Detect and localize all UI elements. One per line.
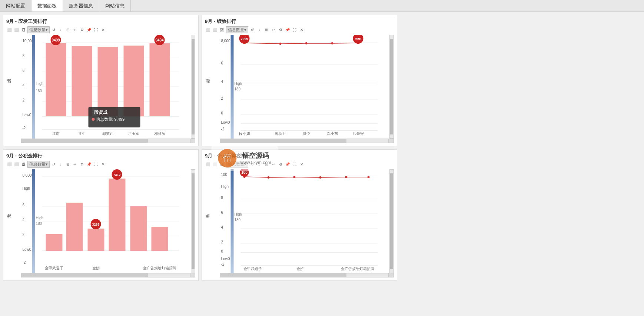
prov-toolbar-dropdown[interactable]: 信息数量▾ [27, 161, 50, 168]
toolbar-fullscreen-btn[interactable]: ⛶ [93, 27, 99, 33]
perf-toolbar-fullscreen[interactable]: ⛶ [292, 27, 298, 33]
toolbar-dropdown[interactable]: 信息数量▾ [27, 26, 50, 33]
prov-toolbar-restore[interactable]: ↩ [72, 162, 78, 167]
prov-toolbar-refresh[interactable]: ↺ [51, 162, 57, 167]
svg-text:High: High [23, 186, 30, 190]
h-scrollbar-perf[interactable] [220, 139, 389, 143]
tab-server-info[interactable]: 服务器信息 [63, 0, 99, 11]
svg-text:6: 6 [221, 210, 223, 214]
bar-prov-6 [152, 227, 168, 251]
prov-toolbar-settings[interactable]: ⚙ [79, 162, 85, 167]
prov-toolbar-download[interactable]: ↓ [58, 162, 64, 167]
v-scrollbar-thumb-tax[interactable] [390, 173, 393, 269]
toolbar-restore-btn[interactable]: ↩ [72, 27, 78, 33]
chart-salary-panel: 9月 - 应发工资排行 ⬜ ⬜ 🖼 信息数量▾ ↺ ↓ ⊞ ↩ ⚙ 📌 ⛶ ✕ … [3, 15, 199, 146]
bar-prov-2[interactable] [66, 203, 83, 251]
h-scrollbar-salary[interactable] [21, 139, 190, 143]
perf-toolbar-download[interactable]: ↓ [256, 27, 262, 33]
xaxis-guoxiaoying: 郭笑迎 [102, 132, 113, 136]
xaxis-duanxiaojie: 段小姐 [239, 132, 250, 136]
tax-toolbar-img[interactable]: 🖼 [219, 162, 225, 167]
chart-provident-toolbar: ⬜ ⬜ 🖼 信息数量▾ ↺ ↓ ⊞ ↩ ⚙ 📌 ⛶ ✕ [6, 161, 195, 168]
toolbar-img-btn[interactable]: 🖼 [20, 27, 26, 33]
svg-text:-2: -2 [221, 262, 225, 266]
prov-toolbar-copy[interactable]: ⬜ [6, 162, 12, 167]
pin-3288-label: 3288 [92, 223, 99, 226]
v-scrollbar-prov[interactable] [191, 169, 195, 273]
h-scrollbar-prov[interactable] [21, 273, 190, 277]
tab-site-config[interactable]: 网站配置 [0, 0, 31, 11]
bar-prov-4[interactable] [109, 179, 126, 251]
h-scrollbar-thumb-tax[interactable] [220, 273, 346, 277]
prov-toolbar-close[interactable]: ✕ [100, 162, 106, 167]
toolbar-download-btn[interactable]: ↓ [58, 27, 64, 33]
bar-prov-5[interactable] [130, 206, 147, 251]
perf-toolbar-refresh[interactable]: ↺ [249, 27, 255, 33]
tax-toolbar-dropdown[interactable]: 信息数量▾ [226, 161, 248, 168]
tooltip-title: 段贤成 [94, 110, 108, 115]
h-scrollbar-tax[interactable] [220, 273, 389, 277]
v-scrollbar-thumb-perf[interactable] [390, 39, 393, 134]
prov-toolbar-expand[interactable]: ⊞ [65, 162, 71, 167]
tax-toolbar-save[interactable]: ⬜ [212, 162, 218, 167]
tax-toolbar-restore[interactable]: ↩ [270, 162, 276, 167]
y-axis-label-salary: 标注 [6, 35, 12, 139]
toolbar-expand-btn[interactable]: ⊞ [65, 27, 71, 33]
toolbar-refresh-btn[interactable]: ↺ [51, 27, 57, 33]
v-scrollbar-thumb-prov[interactable] [192, 173, 195, 269]
svg-rect-26 [231, 35, 234, 139]
svg-text:2: 2 [221, 96, 223, 100]
prov-toolbar-fullscreen[interactable]: ⛶ [93, 162, 99, 167]
tax-toolbar-fullscreen[interactable]: ⛶ [292, 162, 298, 167]
pin-7312-label: 7312 [113, 173, 120, 177]
bar-guoxiaoying[interactable] [98, 47, 118, 116]
v-scrollbar-tax[interactable] [389, 169, 394, 273]
svg-text:2: 2 [23, 233, 25, 237]
perf-toolbar-save[interactable]: ⬜ [212, 27, 218, 33]
perf-toolbar-pin[interactable]: 📌 [285, 27, 291, 33]
bar-jiangnan[interactable] [46, 43, 66, 116]
prov-toolbar-img[interactable]: 🖼 [20, 162, 26, 167]
tax-dot-5 [368, 176, 370, 178]
h-scrollbar-thumb-salary[interactable] [21, 139, 148, 143]
chart-performance-toolbar: ⬜ ⬜ 🖼 信息数量▾ ↺ ↓ ⊞ ↩ ⚙ 📌 ⛶ ✕ [205, 26, 394, 33]
v-scrollbar-salary[interactable] [191, 35, 195, 139]
toolbar-close-btn[interactable]: ✕ [100, 27, 106, 33]
bar-hongyujun[interactable] [124, 46, 144, 116]
perf-toolbar-dropdown[interactable]: 信息数量▾ [226, 26, 248, 33]
h-scrollbar-thumb-perf[interactable] [220, 139, 346, 143]
v-scrollbar-thumb-salary[interactable] [192, 39, 195, 134]
chart-prov-bottom [6, 273, 195, 277]
tax-toolbar-settings[interactable]: ⚙ [278, 162, 283, 167]
tab-site-info[interactable]: 网站信息 [99, 0, 131, 11]
perf-toolbar-settings[interactable]: ⚙ [278, 27, 283, 33]
tax-toolbar-refresh[interactable]: ↺ [249, 162, 255, 167]
prov-toolbar-save[interactable]: ⬜ [13, 162, 19, 167]
tax-toolbar-pin[interactable]: 📌 [285, 162, 291, 167]
bar-prov-1[interactable] [46, 234, 63, 251]
perf-dot-2 [305, 42, 308, 44]
toolbar-save-btn[interactable]: ⬜ [13, 27, 19, 33]
bar-gansheng[interactable] [72, 46, 92, 116]
v-scrollbar-perf[interactable] [389, 35, 394, 139]
perf-toolbar-close[interactable]: ✕ [299, 27, 305, 33]
bar-dengxiangyuan[interactable] [150, 43, 170, 116]
h-scrollbar-thumb-prov[interactable] [21, 273, 148, 277]
tax-toolbar-close[interactable]: ✕ [299, 162, 305, 167]
bar-prov-3[interactable] [88, 229, 104, 251]
perf-toolbar-img[interactable]: 🖼 [219, 27, 225, 33]
tax-toolbar-expand[interactable]: ⊞ [263, 162, 269, 167]
toolbar-settings-btn[interactable]: ⚙ [79, 27, 85, 33]
perf-toolbar-expand[interactable]: ⊞ [263, 27, 269, 33]
chart-performance-inner: 8,000 6 4 2 0 Low0 -2 High 180 [211, 35, 389, 139]
scroll-corner-salary [190, 139, 195, 143]
toolbar-pin-btn[interactable]: 📌 [86, 27, 92, 33]
perf-toolbar-restore[interactable]: ↩ [270, 27, 276, 33]
perf-toolbar-copy[interactable]: ⬜ [205, 27, 211, 33]
svg-text:High: High [36, 216, 44, 220]
tax-toolbar-copy[interactable]: ⬜ [205, 162, 211, 167]
tab-dashboard[interactable]: 数据面板 [31, 0, 63, 11]
toolbar-copy-btn[interactable]: ⬜ [6, 27, 12, 33]
tax-toolbar-download[interactable]: ↓ [256, 162, 262, 167]
prov-toolbar-pin[interactable]: 📌 [86, 162, 92, 167]
